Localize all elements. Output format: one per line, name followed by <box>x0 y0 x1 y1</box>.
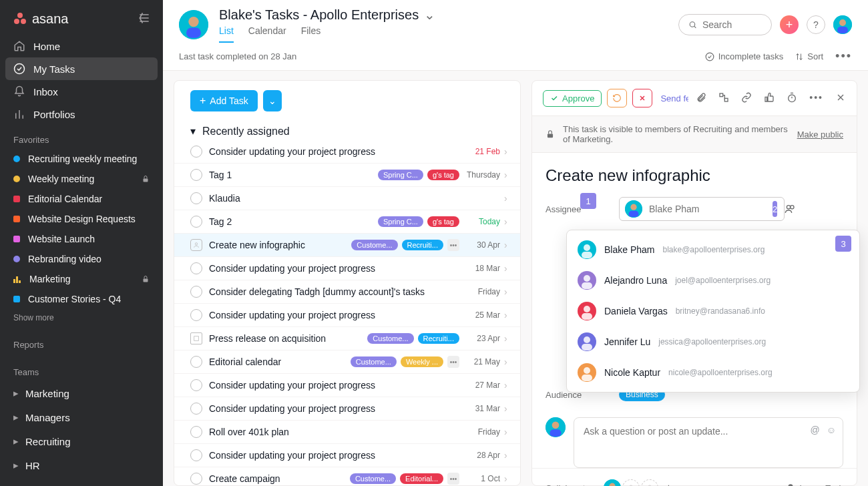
task-row[interactable]: Klaudia› <box>174 187 520 210</box>
task-row[interactable]: Consider updating your project progress2… <box>174 140 520 164</box>
send-feedback-link[interactable]: Send feedback <box>660 93 688 103</box>
timer-icon[interactable] <box>787 92 797 105</box>
nav-item-my-tasks[interactable]: My Tasks <box>5 57 158 80</box>
complete-toggle[interactable] <box>190 192 202 204</box>
make-public-link[interactable]: Make public <box>797 130 843 140</box>
show-more-link[interactable]: Show more <box>0 309 163 330</box>
complete-toggle[interactable] <box>190 309 202 321</box>
tab-files[interactable]: Files <box>301 25 321 43</box>
add-collaborator-button[interactable]: + <box>660 479 677 486</box>
reports-heading[interactable]: Reports <box>0 330 163 354</box>
task-row[interactable]: Tag 1Spring C...g's tagThursday› <box>174 164 520 187</box>
suggestion-item[interactable]: Daniela Vargasbritney@randasana6.info <box>567 296 859 326</box>
link-icon[interactable] <box>741 92 752 105</box>
assignee-multi-icon[interactable] <box>784 200 795 218</box>
favorite-marketing[interactable]: Marketing <box>0 269 163 289</box>
tab-list[interactable]: List <box>219 25 234 43</box>
add-task-dropdown[interactable]: ⌄ <box>263 90 282 111</box>
global-add-button[interactable]: + <box>780 15 799 34</box>
complete-toggle[interactable] <box>190 286 202 298</box>
comment-box[interactable]: @ ☺ <box>574 417 843 468</box>
task-row[interactable]: Create campaignCustome...Editorial...•••… <box>174 467 520 485</box>
task-tag[interactable]: g's tag <box>427 170 459 180</box>
nav-item-inbox[interactable]: Inbox <box>0 80 163 103</box>
comment-textarea[interactable] <box>584 426 833 453</box>
subtask-icon[interactable] <box>718 92 729 105</box>
attachment-icon[interactable] <box>696 92 706 105</box>
task-tag[interactable]: Recruiti... <box>402 240 443 250</box>
add-task-button[interactable]: + Add Task <box>190 90 258 111</box>
nav-item-portfolios[interactable]: Portfolios <box>0 103 163 126</box>
suggestion-item[interactable]: Alejandro Lunajoel@apolloenterprises.org <box>567 265 859 296</box>
suggestion-item[interactable]: Nicole Kapturnicole@apolloenterprises.or… <box>567 357 859 388</box>
help-button[interactable]: ? <box>807 15 825 34</box>
task-row[interactable]: Consider updating your project progress2… <box>174 304 520 327</box>
request-changes-button[interactable] <box>607 89 627 107</box>
task-title[interactable]: Create new infographic <box>532 153 857 190</box>
empty-collaborator-slot[interactable] <box>641 479 658 486</box>
complete-toggle[interactable] <box>190 216 202 228</box>
favorite-recruiting-weekly-meeting[interactable]: Recruiting weekly meeting <box>0 149 163 169</box>
task-tag[interactable]: Spring C... <box>378 170 423 180</box>
task-section-header[interactable]: ▾ Recently assigned <box>174 115 520 140</box>
favorite-rebranding-video[interactable]: Rebranding video <box>0 249 163 269</box>
leave-task-button[interactable]: Leave Task <box>786 483 843 487</box>
task-row[interactable]: Consider delegating Tadgh [dummy account… <box>174 280 520 304</box>
suggestion-item[interactable]: Jennifer Lujessica@apolloenterprises.org <box>567 326 859 357</box>
team-marketing[interactable]: ▸Marketing <box>0 381 163 405</box>
complete-toggle[interactable] <box>190 146 202 158</box>
complete-toggle[interactable] <box>190 426 202 438</box>
team-everyone-at-apollo-enter-[interactable]: ▸Everyone at Apollo Enter... <box>0 477 163 486</box>
approve-button[interactable]: Approve <box>543 90 602 107</box>
task-row[interactable]: Tag 2Spring C...g's tagToday› <box>174 210 520 234</box>
task-tag[interactable]: Recruiti... <box>418 333 459 344</box>
collaborator-avatar[interactable] <box>604 479 621 486</box>
favorite-website-launch[interactable]: Website Launch <box>0 229 163 249</box>
complete-toggle[interactable] <box>190 262 202 274</box>
team-recruiting[interactable]: ▸Recruiting <box>0 429 163 453</box>
milestone-icon[interactable] <box>190 332 202 344</box>
more-options-icon[interactable]: ••• <box>835 49 852 63</box>
search-box[interactable] <box>678 14 772 35</box>
like-icon[interactable] <box>764 92 775 105</box>
sort-button[interactable]: Sort <box>795 51 823 61</box>
task-tag[interactable]: Spring C... <box>378 216 423 227</box>
emoji-icon[interactable]: ☺ <box>827 425 836 435</box>
task-tag[interactable]: Custome... <box>350 473 396 484</box>
user-avatar[interactable] <box>833 15 852 34</box>
task-tag[interactable]: Custome... <box>351 240 397 250</box>
more-icon[interactable]: ••• <box>809 92 823 105</box>
team-hr[interactable]: ▸HR <box>0 453 163 477</box>
favorite-weekly-meeting[interactable]: Weekly meeting <box>0 169 163 189</box>
favorite-editorial-calendar[interactable]: Editorial Calendar <box>0 189 163 209</box>
search-input[interactable] <box>702 19 762 30</box>
task-row[interactable]: Create new infographicCustome...Recruiti… <box>174 234 520 257</box>
empty-collaborator-slot[interactable] <box>622 479 640 486</box>
more-tags-icon[interactable]: ••• <box>447 239 459 251</box>
task-row[interactable]: Consider updating your project progress2… <box>174 444 520 467</box>
filter-incomplete-tasks[interactable]: Incomplete tasks <box>705 51 784 61</box>
task-tag[interactable]: Weekly ... <box>401 356 443 367</box>
favorite-customer-stories-q4[interactable]: Customer Stories - Q4 <box>0 289 163 309</box>
complete-toggle[interactable] <box>190 356 202 368</box>
reject-button[interactable] <box>632 89 652 107</box>
assignee-text-input[interactable] <box>649 204 766 214</box>
owner-avatar[interactable] <box>179 10 208 39</box>
page-title-row[interactable]: Blake's Tasks - Apollo Enterprises ⌄ <box>219 7 435 23</box>
nav-item-home[interactable]: Home <box>0 35 163 57</box>
task-row[interactable]: Roll over 401k planFriday› <box>174 421 520 444</box>
favorite-website-design-requests[interactable]: Website Design Requests <box>0 209 163 229</box>
task-tag[interactable]: g's tag <box>427 216 459 227</box>
task-row[interactable]: Editorial calendarCustome...Weekly ...••… <box>174 350 520 374</box>
complete-toggle[interactable] <box>190 473 202 485</box>
task-tag[interactable]: Custome... <box>367 333 413 344</box>
task-row[interactable]: Consider updating your project progress1… <box>174 257 520 280</box>
team-managers[interactable]: ▸Managers <box>0 405 163 429</box>
complete-toggle[interactable] <box>190 169 202 181</box>
task-row[interactable]: Press release on acquisitionCustome...Re… <box>174 327 520 350</box>
close-panel-icon[interactable] <box>835 92 846 105</box>
more-tags-icon[interactable]: ••• <box>447 356 459 368</box>
assignee-input[interactable]: 2 3 Blake Phamblake@apolloenterprises.or… <box>619 197 785 221</box>
task-tag[interactable]: Custome... <box>351 356 397 367</box>
mention-icon[interactable]: @ <box>810 425 819 435</box>
